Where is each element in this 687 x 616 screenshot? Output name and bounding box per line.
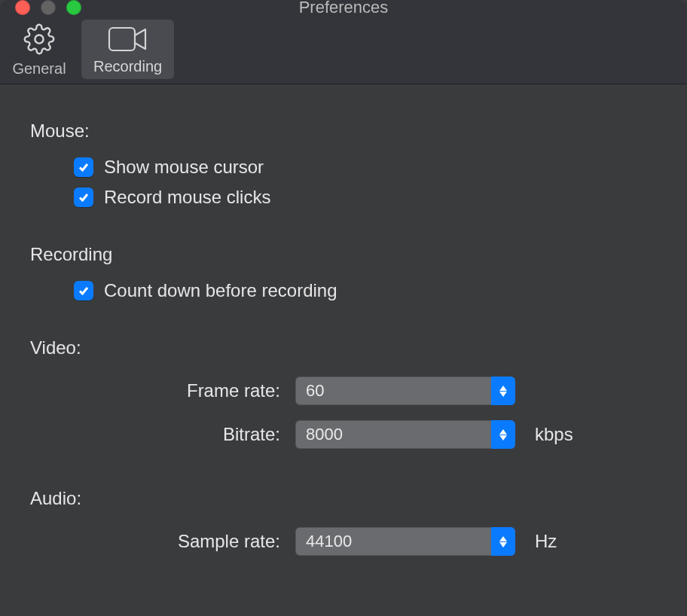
preferences-content: Mouse: Show mouse cursor Record mouse cl…: [0, 84, 687, 616]
section-header-mouse: Mouse:: [30, 120, 657, 142]
zoom-window-button[interactable]: [66, 0, 81, 15]
unit-kbps: kbps: [530, 424, 573, 445]
chevron-down-icon: [499, 392, 507, 397]
checkbox-row-record-clicks[interactable]: Record mouse clicks: [30, 182, 657, 212]
select-value: 44100: [295, 532, 362, 551]
section-video: Video: Frame rate: 60 Bitrate: 8000: [30, 337, 657, 456]
checkbox-countdown[interactable]: [74, 281, 93, 300]
row-sample-rate: Sample rate: 44100 Hz: [30, 520, 657, 563]
window-title: Preferences: [0, 0, 687, 17]
section-header-audio: Audio:: [30, 488, 657, 509]
tab-general[interactable]: General: [0, 15, 78, 84]
chevron-up-icon: [499, 386, 507, 391]
section-header-video: Video:: [30, 337, 657, 358]
chevron-down-icon: [499, 542, 507, 547]
select-stepper-icon: [491, 420, 515, 449]
checkbox-label: Show mouse cursor: [104, 157, 264, 178]
svg-rect-1: [109, 28, 135, 50]
checkmark-icon: [78, 285, 90, 297]
minimize-window-button[interactable]: [41, 0, 56, 15]
checkbox-show-cursor[interactable]: [74, 157, 93, 177]
select-value: 60: [295, 381, 334, 401]
preferences-toolbar: General Recording: [0, 15, 687, 84]
label-frame-rate: Frame rate:: [30, 380, 280, 401]
select-stepper-icon: [491, 527, 515, 556]
gear-icon: [23, 23, 55, 56]
video-camera-icon: [108, 25, 148, 53]
checkbox-row-countdown[interactable]: Count down before recording: [30, 276, 657, 306]
section-audio: Audio: Sample rate: 44100 Hz: [30, 488, 657, 563]
chevron-up-icon: [499, 536, 507, 541]
checkmark-icon: [78, 161, 90, 173]
checkbox-row-show-cursor[interactable]: Show mouse cursor: [30, 152, 657, 182]
row-bitrate: Bitrate: 8000 kbps: [30, 413, 657, 456]
checkmark-icon: [78, 191, 90, 203]
section-recording: Recording Count down before recording: [30, 244, 657, 306]
close-window-button[interactable]: [15, 0, 30, 15]
section-mouse: Mouse: Show mouse cursor Record mouse cl…: [30, 120, 657, 212]
checkbox-label: Count down before recording: [104, 280, 337, 301]
select-sample-rate[interactable]: 44100: [295, 527, 515, 556]
checkbox-record-clicks[interactable]: [74, 188, 93, 207]
row-frame-rate: Frame rate: 60: [30, 369, 657, 413]
preferences-window: Preferences General Recording: [0, 0, 687, 616]
tab-label: General: [12, 60, 66, 78]
chevron-up-icon: [499, 429, 507, 435]
select-value: 8000: [295, 425, 353, 444]
select-bitrate[interactable]: 8000: [295, 420, 515, 449]
tab-label: Recording: [93, 58, 162, 75]
unit-hz: Hz: [530, 531, 557, 552]
tab-recording[interactable]: Recording: [81, 20, 174, 79]
label-sample-rate: Sample rate:: [30, 531, 280, 552]
checkbox-label: Record mouse clicks: [104, 187, 270, 208]
chevron-down-icon: [499, 435, 507, 441]
select-stepper-icon: [491, 377, 515, 405]
section-header-recording: Recording: [30, 244, 657, 265]
svg-point-0: [35, 35, 43, 43]
window-controls: [0, 0, 81, 15]
select-frame-rate[interactable]: 60: [295, 377, 515, 405]
window-titlebar: Preferences: [0, 0, 687, 15]
label-bitrate: Bitrate:: [30, 424, 280, 445]
